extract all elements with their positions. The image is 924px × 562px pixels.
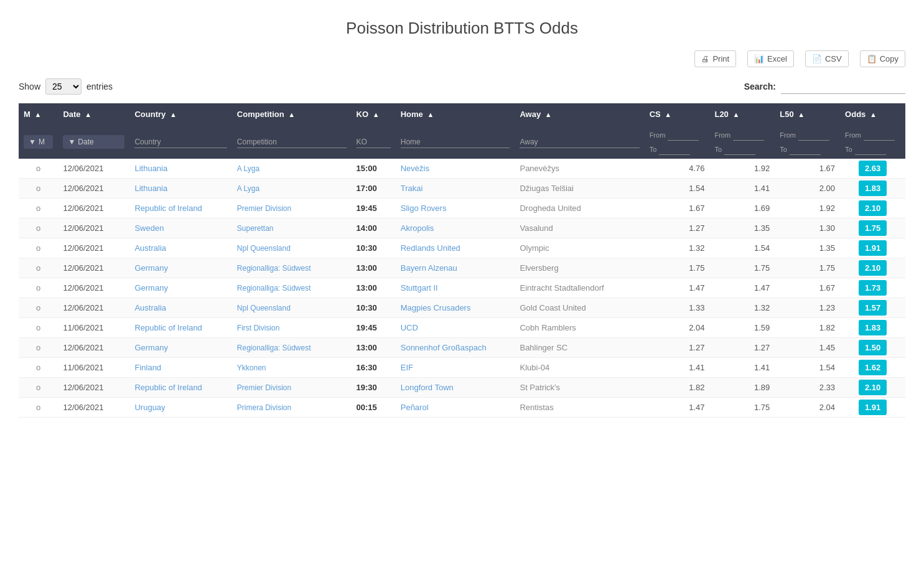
cell-country: Australia (129, 298, 231, 318)
cell-l50: 2.00 (775, 179, 840, 199)
cs-from-label: From (650, 131, 666, 139)
col-header-l50[interactable]: L50 ▲ (775, 103, 840, 125)
cell-odds: 1.50 (840, 338, 905, 358)
filter-ko-input[interactable] (357, 136, 391, 148)
main-table: M ▲ Date ▲ Country ▲ Competition ▲ KO (19, 103, 905, 418)
col-header-away[interactable]: Away ▲ (515, 103, 644, 125)
cell-odds: 1.83 (840, 179, 905, 199)
odds-badge: 1.83 (859, 320, 887, 335)
cell-date: 12/06/2021 (58, 278, 129, 298)
cell-away: Vasalund (515, 218, 644, 238)
filter-away-input[interactable] (520, 136, 639, 148)
cell-l50: 1.75 (775, 258, 840, 278)
filter-odds-to[interactable] (855, 143, 886, 155)
cell-away: Olympic (515, 238, 644, 258)
cell-home: Bayern Alzenau (396, 258, 515, 278)
filter-date-button[interactable]: ▼ Date (63, 135, 124, 149)
cell-odds: 1.91 (840, 398, 905, 418)
cell-l50: 1.92 (775, 199, 840, 218)
l50-from-label: From (780, 131, 796, 139)
filter-cs-from[interactable] (668, 129, 699, 141)
cell-competition: Primera Division (232, 398, 352, 418)
cell-ko: 10:30 (352, 298, 396, 318)
excel-button[interactable]: 📊 Excel (747, 50, 794, 67)
col-header-m[interactable]: M ▲ (19, 103, 58, 125)
cell-home: Sonnenhof Großaspach (396, 338, 515, 358)
col-header-cs[interactable]: CS ▲ (645, 103, 710, 125)
cell-ko: 19:45 (352, 199, 396, 218)
filter-home-input[interactable] (401, 136, 510, 148)
cell-home: EIF (396, 358, 515, 378)
cell-country: Republic of Ireland (129, 199, 231, 218)
col-header-competition[interactable]: Competition ▲ (232, 103, 352, 125)
print-label: Print (712, 54, 729, 63)
cell-home: Stuttgart II (396, 278, 515, 298)
search-input[interactable] (781, 80, 905, 94)
col-header-l20[interactable]: L20 ▲ (709, 103, 775, 125)
cell-away: Rentistas (515, 398, 644, 418)
cell-date: 11/06/2021 (58, 318, 129, 338)
print-button[interactable]: 🖨 Print (694, 50, 736, 67)
search-label: Search: (744, 82, 776, 91)
cell-competition: Regionalliga: Südwest (232, 278, 352, 298)
col-header-country[interactable]: Country ▲ (129, 103, 231, 125)
cell-country: Republic of Ireland (129, 318, 231, 338)
cell-competition: Ykkonen (232, 358, 352, 378)
cell-odds: 1.75 (840, 218, 905, 238)
csv-icon: 📄 (812, 54, 822, 63)
cell-away: Džiugas Telšiai (515, 179, 644, 199)
sort-icon-date: ▲ (85, 111, 91, 118)
cell-cs: 1.47 (645, 278, 710, 298)
col-header-odds[interactable]: Odds ▲ (840, 103, 905, 125)
entries-select[interactable]: 25 50 100 (45, 78, 82, 95)
sort-icon-cs: ▲ (665, 111, 671, 118)
cell-country: Republic of Ireland (129, 378, 231, 398)
filter-l20-from[interactable] (733, 129, 764, 141)
sort-icon-l50: ▲ (798, 111, 805, 118)
controls-row: Show 25 50 100 entries Search: (19, 78, 905, 95)
cell-competition: Superettan (232, 218, 352, 238)
cell-date: 12/06/2021 (58, 159, 129, 179)
table-row: o 11/06/2021 Finland Ykkonen 16:30 EIF K… (19, 358, 905, 378)
filter-away (515, 125, 644, 159)
filter-ko (352, 125, 396, 159)
filter-l50-from[interactable] (798, 129, 829, 141)
show-entries: Show 25 50 100 entries (19, 78, 113, 95)
filter-odds-from[interactable] (864, 129, 895, 141)
filter-competition-input[interactable] (237, 136, 347, 148)
copy-button[interactable]: 📋 Copy (860, 50, 905, 67)
sort-icon-home: ▲ (427, 111, 434, 118)
odds-badge: 1.73 (859, 280, 887, 296)
col-header-ko[interactable]: KO ▲ (352, 103, 396, 125)
filter-l50-to[interactable] (790, 143, 821, 155)
filter-m-button[interactable]: ▼ M (24, 135, 53, 149)
cell-country: Germany (129, 338, 231, 358)
col-header-date[interactable]: Date ▲ (58, 103, 129, 125)
cell-odds: 2.10 (840, 378, 905, 398)
odds-badge: 1.50 (859, 340, 887, 355)
cell-l20: 1.47 (709, 278, 775, 298)
filter-cs-to[interactable] (659, 143, 690, 155)
cell-date: 12/06/2021 (58, 179, 129, 199)
cell-l50: 1.23 (775, 298, 840, 318)
filter-l20-to[interactable] (724, 143, 755, 155)
odds-badge: 2.63 (859, 161, 887, 176)
cell-country: Lithuania (129, 159, 231, 179)
col-header-home[interactable]: Home ▲ (396, 103, 515, 125)
cell-ko: 13:00 (352, 338, 396, 358)
filter-country-input[interactable] (134, 136, 226, 148)
cell-home: Magpies Crusaders (396, 298, 515, 318)
cell-cs: 1.54 (645, 179, 710, 199)
show-label: Show (19, 82, 40, 91)
sort-icon-away: ▲ (545, 111, 552, 118)
l20-to-label: To (714, 146, 722, 153)
copy-label: Copy (880, 54, 898, 63)
table-row: o 12/06/2021 Australia Npl Queensland 10… (19, 298, 905, 318)
csv-button[interactable]: 📄 CSV (805, 50, 849, 67)
table-row: o 12/06/2021 Lithuania A Lyga 15:00 Nevė… (19, 159, 905, 179)
cell-m: o (19, 218, 58, 238)
cell-m: o (19, 199, 58, 218)
cell-date: 12/06/2021 (58, 238, 129, 258)
filter-cs: From To (645, 125, 710, 159)
cell-competition: Regionalliga: Südwest (232, 258, 352, 278)
